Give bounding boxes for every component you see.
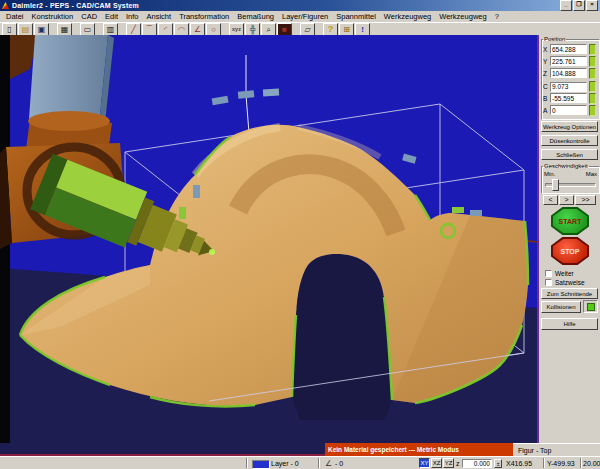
speed-slider[interactable] xyxy=(545,178,596,190)
satzweise-label: Satzweise xyxy=(555,279,585,286)
view-grid-icon: ▦ xyxy=(61,25,69,34)
layer-color-swatch[interactable] xyxy=(252,460,270,469)
menu-item-bemassung[interactable]: Bemaßung xyxy=(233,11,278,22)
window-title: Daimler2 - PEPS - CAD/CAM System xyxy=(12,2,559,9)
position-y-field[interactable] xyxy=(550,56,587,66)
axis-c-indicator xyxy=(589,81,596,92)
weiter-checkbox[interactable] xyxy=(545,270,552,277)
toolbar: ▯ ▤ ▣ ▦ ▭ ▥ ╱ ⌒ ◜ ◠ ∠ ○ xyz ╬ ⌕ ■ ▱ ? ⊞ … xyxy=(0,22,600,36)
duesenkontrolle-button[interactable]: Düsenkontrolle xyxy=(541,135,598,146)
axis-y-label: Y xyxy=(543,58,550,65)
menu-item-konstruktion[interactable]: Konstruktion xyxy=(28,11,78,22)
start-button-label: START xyxy=(559,218,582,225)
axis-y-indicator xyxy=(589,56,596,67)
stop-button[interactable]: STOP xyxy=(551,237,589,265)
zum-schnittende-button[interactable]: Zum Schnittende xyxy=(541,288,598,299)
start-button[interactable]: START xyxy=(551,207,589,235)
satzweise-option: Satzweise xyxy=(545,278,585,286)
arc-quarter-icon: ◜ xyxy=(164,25,167,34)
layer-label: Layer - 0 xyxy=(271,457,299,469)
step-fast-forward-button[interactable]: >> xyxy=(575,195,596,205)
maximize-button[interactable]: ❐ xyxy=(573,0,585,11)
cursor-x-readout: X416.95 xyxy=(506,457,532,469)
kollisionen-row: Kollisionen xyxy=(541,300,598,313)
menu-item-spannmittel[interactable]: Spannmittel xyxy=(332,11,380,22)
position-a-field[interactable] xyxy=(550,105,587,115)
menu-item-edit[interactable]: Edit xyxy=(101,11,122,22)
main-area: Position X Y Z C xyxy=(0,35,600,443)
grid-snap-icon: ╬ xyxy=(250,25,256,34)
status-divider-1 xyxy=(246,458,248,468)
scale-readout: 20.00 xyxy=(583,457,600,469)
z-spinner[interactable]: ± xyxy=(494,459,502,468)
angle-tool-icon: ∠ xyxy=(194,25,201,34)
axis-z-indicator xyxy=(589,68,596,79)
menu-item-help[interactable]: ? xyxy=(491,11,503,22)
magnifier-icon: ⌕ xyxy=(266,25,270,34)
position-b-field[interactable] xyxy=(550,93,587,103)
line-tool-icon: ╱ xyxy=(131,25,136,34)
step-forward-button[interactable]: > xyxy=(559,195,574,205)
material-status-bar: Kein Material gespeichert --- Metric Mod… xyxy=(325,443,513,456)
position-c-field[interactable] xyxy=(550,82,587,92)
axis-b-label: B xyxy=(543,95,550,102)
new-file-icon: ▯ xyxy=(7,25,11,34)
menu-item-cad[interactable]: CAD xyxy=(77,11,101,22)
satzweise-checkbox[interactable] xyxy=(545,279,552,286)
axis-x-label: X xyxy=(543,46,550,53)
position-z-field[interactable] xyxy=(550,68,587,78)
app-icon xyxy=(2,2,9,9)
viewport-3d[interactable] xyxy=(0,35,537,443)
kollisionen-status-dot xyxy=(587,303,595,311)
shaded-view-icon: ■ xyxy=(282,25,287,34)
axis-z-label: Z xyxy=(543,70,550,77)
hilfe-button[interactable]: Hilfe xyxy=(541,318,598,330)
position-x-field[interactable] xyxy=(550,44,587,54)
angle-icon: ∠ xyxy=(325,457,332,469)
speed-slider-thumb[interactable] xyxy=(552,179,559,191)
schliessen-button[interactable]: Schließen xyxy=(541,149,598,160)
step-buttons: < > >> xyxy=(543,195,597,205)
kollisionen-button[interactable]: Kollisionen xyxy=(541,301,581,313)
cursor-y-readout: Y-499.93 xyxy=(547,457,575,469)
position-row-z: Z xyxy=(543,67,598,79)
save-disk-icon: ▣ xyxy=(38,25,46,34)
axis-c-label: C xyxy=(543,83,550,90)
position-row-y: Y xyxy=(543,55,598,67)
control-panel: Position X Y Z C xyxy=(537,35,600,443)
werkzeug-optionen-button[interactable]: Werkzeug Optionen xyxy=(541,121,598,132)
status-bar: Kein Material gespeichert --- Metric Mod… xyxy=(0,443,600,469)
menu-item-werkzeugweg-2[interactable]: Werkzeugweg xyxy=(435,11,490,22)
open-folder-icon: ▤ xyxy=(22,25,30,34)
minimize-button[interactable]: _ xyxy=(560,0,572,11)
figur-view-label: Figur - Top xyxy=(513,443,600,456)
copy-icon: ▥ xyxy=(107,25,115,34)
menu-item-transformation[interactable]: Transformation xyxy=(175,11,233,22)
step-back-button[interactable]: < xyxy=(543,195,558,205)
position-row-c: C xyxy=(543,81,598,92)
menu-item-layer-figuren[interactable]: Layer/Figuren xyxy=(278,11,332,22)
plane-yz-button[interactable]: YZ xyxy=(443,458,454,468)
menu-item-info[interactable]: Info xyxy=(122,11,143,22)
plane-xy-button[interactable]: XY xyxy=(419,458,430,468)
speed-max-label: Max xyxy=(586,171,597,177)
plane-xz-button[interactable]: XZ xyxy=(431,458,442,468)
speed-minmax-labels: Min. Max xyxy=(543,170,598,177)
menu-item-werkzeugweg[interactable]: Werkzeugweg xyxy=(380,11,435,22)
close-button[interactable]: × xyxy=(586,0,598,11)
xyz-axes-icon: xyz xyxy=(232,25,241,34)
status-row-bottom: Layer - 0 ∠ - 0 XY XZ YZ z ± X416.95 Y-4… xyxy=(0,456,600,469)
position-row-b: B xyxy=(543,92,598,104)
speed-group: Geschwindigkeit Min. Max xyxy=(541,164,600,194)
status-divider-2 xyxy=(318,458,320,468)
menu-item-ansicht[interactable]: Ansicht xyxy=(143,11,176,22)
axis-a-indicator xyxy=(589,105,596,116)
kollisionen-indicator xyxy=(583,300,598,313)
spindle-collar-top xyxy=(28,111,110,131)
z-depth-field[interactable] xyxy=(462,459,492,468)
help-icon: ? xyxy=(328,25,334,34)
circle-tool-icon: ○ xyxy=(211,25,216,34)
menu-item-datei[interactable]: Datei xyxy=(2,11,28,22)
axis-b-indicator xyxy=(589,93,596,104)
arc-half-icon: ◠ xyxy=(178,25,185,34)
